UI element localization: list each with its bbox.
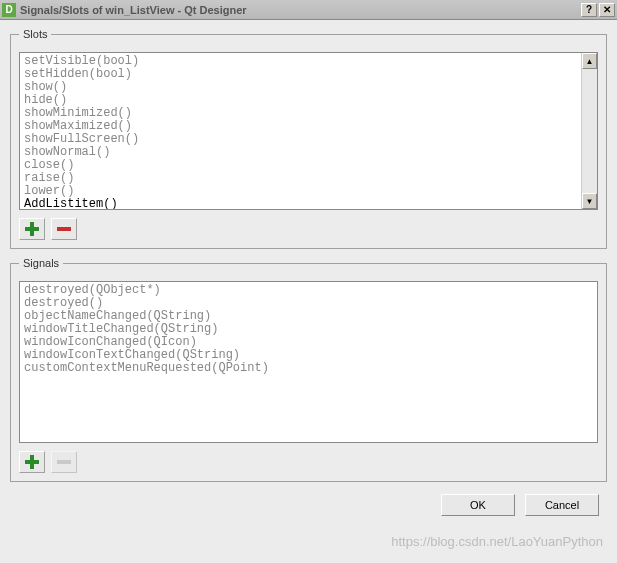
signals-legend: Signals (19, 257, 63, 269)
minus-icon (57, 227, 71, 231)
help-button[interactable]: ? (581, 3, 597, 17)
signals-group: Signals destroyed(QObject*)destroyed()ob… (10, 257, 607, 482)
list-item[interactable]: raise() (20, 172, 581, 185)
add-signal-button[interactable] (19, 451, 45, 473)
cancel-button[interactable]: Cancel (525, 494, 599, 516)
list-item[interactable]: customContextMenuRequested(QPoint) (20, 362, 597, 375)
slots-group: Slots setVisible(bool)setHidden(bool)sho… (10, 28, 607, 249)
minus-icon (57, 460, 71, 464)
titlebar: D Signals/Slots of win_ListView - Qt Des… (0, 0, 617, 20)
signals-listbox[interactable]: destroyed(QObject*)destroyed()objectName… (19, 281, 598, 443)
app-icon: D (2, 3, 16, 17)
scroll-track[interactable] (582, 69, 597, 193)
dialog-body: Slots setVisible(bool)setHidden(bool)sho… (0, 20, 617, 526)
scroll-up-icon[interactable]: ▲ (582, 53, 597, 69)
close-window-button[interactable]: ✕ (599, 3, 615, 17)
watermark: https://blog.csdn.net/LaoYuanPython (391, 534, 603, 549)
list-item[interactable]: close() (20, 159, 581, 172)
list-item[interactable]: destroyed(QObject*) (20, 284, 597, 297)
list-item[interactable]: setHidden(bool) (20, 68, 581, 81)
window-title: Signals/Slots of win_ListView - Qt Desig… (20, 4, 581, 16)
list-item[interactable]: showNormal() (20, 146, 581, 159)
slots-legend: Slots (19, 28, 51, 40)
plus-icon (25, 455, 39, 469)
remove-slot-button[interactable] (51, 218, 77, 240)
list-item[interactable]: show() (20, 81, 581, 94)
slots-listbox[interactable]: setVisible(bool)setHidden(bool)show()hid… (19, 52, 598, 210)
scroll-down-icon[interactable]: ▼ (582, 193, 597, 209)
slots-scrollbar[interactable]: ▲ ▼ (581, 53, 597, 209)
plus-icon (25, 222, 39, 236)
ok-button[interactable]: OK (441, 494, 515, 516)
add-slot-button[interactable] (19, 218, 45, 240)
remove-signal-button (51, 451, 77, 473)
list-item[interactable]: AddListitem() (20, 198, 581, 209)
